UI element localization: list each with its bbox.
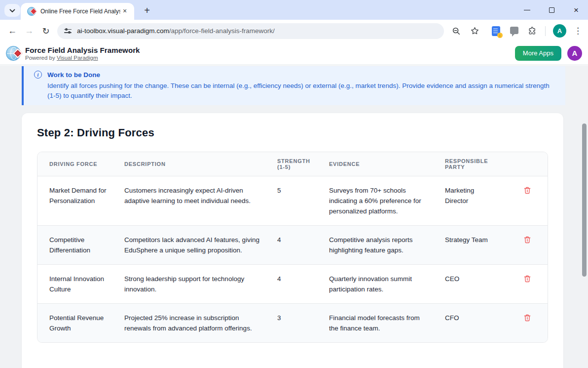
maximize-icon xyxy=(549,7,554,13)
chevron-down-icon xyxy=(9,6,15,15)
extensions-puzzle-icon[interactable] xyxy=(527,26,538,37)
more-apps-button[interactable]: More Apps xyxy=(515,46,561,61)
window-close-button[interactable]: × xyxy=(572,6,580,14)
url-host: ai-toolbox.visual-paradigm.com xyxy=(77,27,169,35)
toolbar-separator xyxy=(545,26,546,36)
step-heading: Step 2: Driving Forces xyxy=(37,126,548,139)
cell-force: Potential Revenue Growth xyxy=(37,304,116,343)
delete-row-button[interactable] xyxy=(522,235,532,245)
browser-profile-avatar[interactable]: A xyxy=(553,24,566,38)
info-icon: i xyxy=(34,71,42,79)
driving-forces-table-wrapper: DRIVING FORCE DESCRIPTION STRENGTH (1-5)… xyxy=(37,152,548,343)
trash-icon xyxy=(523,314,531,322)
cell-strength: 5 xyxy=(269,176,321,226)
col-evidence: EVIDENCE xyxy=(321,152,437,176)
user-avatar[interactable]: A xyxy=(567,46,582,61)
tab-close-icon[interactable]: × xyxy=(120,7,129,16)
page-content: i Work to be Done Identify all forces pu… xyxy=(0,65,588,368)
trash-icon xyxy=(523,236,531,244)
cell-description: Strong leadership support for technology… xyxy=(116,265,269,304)
cell-party: CFO xyxy=(437,304,506,343)
col-driving-force: DRIVING FORCE xyxy=(37,152,116,176)
info-banner: i Work to be Done Identify all forces pu… xyxy=(22,66,565,105)
toolbar-right-cluster: ↓ A ⋮ xyxy=(451,24,582,38)
cell-force: Internal Innovation Culture xyxy=(37,265,116,304)
cell-evidence: Financial model forecasts from the finan… xyxy=(321,304,437,343)
close-icon: × xyxy=(574,6,579,14)
powered-by: Powered by Visual Paradigm xyxy=(25,55,140,61)
url-text: ai-toolbox.visual-paradigm.com/app/force… xyxy=(77,27,275,35)
banner-body: Identify all forces pushing for the chan… xyxy=(47,81,555,101)
browser-titlebar: Online Free Force Field Analysis × + × xyxy=(0,0,588,20)
col-strength: STRENGTH (1-5) xyxy=(269,152,321,176)
table-row: Potential Revenue Growth Projected 25% i… xyxy=(37,304,548,343)
minimize-icon xyxy=(524,10,530,10)
zoom-out-icon[interactable] xyxy=(451,26,462,37)
cell-force: Market Demand for Personalization xyxy=(37,176,116,226)
app-header: Force Field Analysis Framework Powered b… xyxy=(0,42,588,65)
table-row: Market Demand for Personalization Custom… xyxy=(37,176,548,226)
cell-strength: 3 xyxy=(269,304,321,343)
trash-icon xyxy=(523,186,531,195)
forward-button[interactable]: → xyxy=(21,23,37,40)
site-settings-icon[interactable] xyxy=(64,28,72,34)
banner-title: Work to be Done xyxy=(47,71,100,79)
cell-force: Competitive Differentiation xyxy=(37,226,116,265)
tab-title: Online Free Force Field Analysis xyxy=(40,8,120,15)
col-description: DESCRIPTION xyxy=(116,152,269,176)
visual-paradigm-logo-icon xyxy=(6,46,21,61)
chat-extension-icon[interactable] xyxy=(509,26,519,37)
cell-evidence: Surveys from 70+ schools indicating a 60… xyxy=(321,176,437,226)
step-card: Step 2: Driving Forces DRIVING FORCE DES… xyxy=(22,113,563,368)
col-actions xyxy=(506,152,548,176)
delete-row-button[interactable] xyxy=(522,313,532,323)
cell-description: Customers increasingly expect AI-driven … xyxy=(116,176,269,226)
trash-icon xyxy=(523,275,531,283)
delete-row-button[interactable] xyxy=(522,185,532,196)
cell-party: CEO xyxy=(437,265,506,304)
cell-strength: 4 xyxy=(269,265,321,304)
driving-forces-table: DRIVING FORCE DESCRIPTION STRENGTH (1-5)… xyxy=(37,152,548,342)
bookmark-star-icon[interactable] xyxy=(469,26,480,37)
browser-tab[interactable]: Online Free Force Field Analysis × xyxy=(21,3,134,20)
table-row: Competitive Differentiation Competitors … xyxy=(37,226,548,265)
site-favicon-icon xyxy=(27,7,36,16)
tab-search-button[interactable] xyxy=(4,4,20,17)
cell-evidence: Quarterly innovation summit participatio… xyxy=(321,265,437,304)
docs-offline-extension-icon[interactable]: ↓ xyxy=(490,26,501,37)
page-scrollbar-thumb[interactable] xyxy=(582,123,587,277)
app-titles: Force Field Analysis Framework Powered b… xyxy=(25,46,140,61)
table-row: Internal Innovation Culture Strong leade… xyxy=(37,265,548,304)
reload-button[interactable]: ↻ xyxy=(37,23,54,40)
cell-description: Competitors lack advanced AI features, g… xyxy=(116,226,269,265)
new-tab-button[interactable]: + xyxy=(140,4,154,18)
browser-toolbar: ← → ↻ ai-toolbox.visual-paradigm.com/app… xyxy=(0,20,588,42)
cell-description: Projected 25% increase in subscription r… xyxy=(116,304,269,343)
browser-menu-kebab-icon[interactable]: ⋮ xyxy=(574,26,582,36)
delete-row-button[interactable] xyxy=(522,274,532,284)
cell-strength: 4 xyxy=(269,226,321,265)
url-path: /app/force-field-analysis-framework/ xyxy=(169,27,275,35)
table-header-row: DRIVING FORCE DESCRIPTION STRENGTH (1-5)… xyxy=(37,152,548,176)
window-maximize-button[interactable] xyxy=(548,6,555,14)
app-title: Force Field Analysis Framework xyxy=(25,46,140,54)
col-responsible-party: RESPONSIBLE PARTY xyxy=(437,152,506,176)
window-minimize-button[interactable] xyxy=(523,6,531,14)
address-bar[interactable]: ai-toolbox.visual-paradigm.com/app/force… xyxy=(57,23,444,39)
cell-party: Strategy Team xyxy=(437,226,506,265)
cell-evidence: Competitive analysis reports highlightin… xyxy=(321,226,437,265)
back-button[interactable]: ← xyxy=(4,23,21,40)
cell-party: Marketing Director xyxy=(437,176,506,226)
window-controls: × xyxy=(523,0,580,20)
visual-paradigm-link[interactable]: Visual Paradigm xyxy=(57,55,98,61)
